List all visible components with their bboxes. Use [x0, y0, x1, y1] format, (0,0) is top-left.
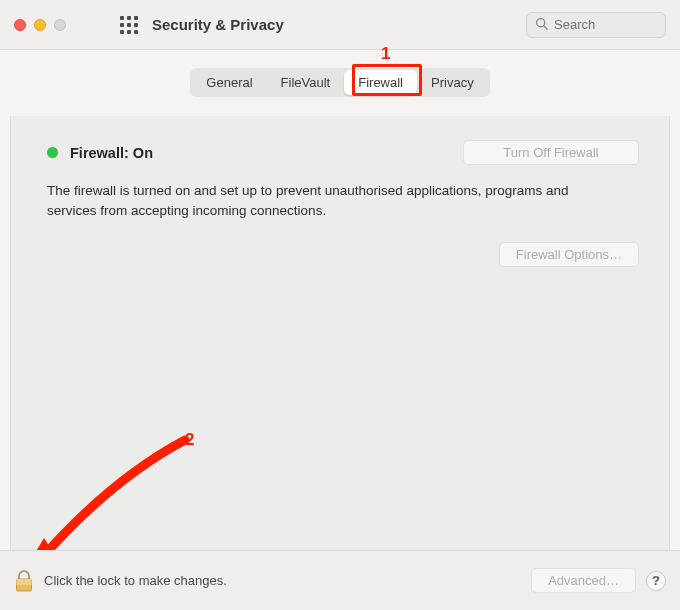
- segmented-tabs: General FileVault Firewall Privacy: [190, 68, 489, 97]
- prefs-footer: Click the lock to make changes. Advanced…: [0, 550, 680, 610]
- firewall-description: The firewall is turned on and set up to …: [47, 181, 607, 220]
- tab-general[interactable]: General: [192, 70, 266, 95]
- tab-privacy[interactable]: Privacy: [417, 70, 488, 95]
- search-field-wrap[interactable]: [526, 12, 666, 38]
- firewall-options-button[interactable]: Firewall Options…: [499, 242, 639, 267]
- svg-rect-4: [17, 579, 32, 585]
- firewall-status-row: Firewall: On Turn Off Firewall: [47, 140, 639, 165]
- toolbar: Security & Privacy: [0, 0, 680, 50]
- close-window-button[interactable]: [14, 19, 26, 31]
- status-indicator-icon: [47, 147, 58, 158]
- search-icon: [535, 16, 554, 34]
- help-button[interactable]: ?: [646, 571, 666, 591]
- firewall-status-label: Firewall: On: [70, 145, 153, 161]
- minimize-window-button[interactable]: [34, 19, 46, 31]
- show-all-prefs-button[interactable]: [120, 16, 138, 34]
- content-panel: Firewall: On Turn Off Firewall The firew…: [10, 116, 670, 558]
- tab-filevault[interactable]: FileVault: [267, 70, 345, 95]
- search-input[interactable]: [554, 17, 657, 32]
- window-controls: [14, 19, 66, 31]
- lock-hint-text: Click the lock to make changes.: [44, 573, 227, 588]
- maximize-window-button: [54, 19, 66, 31]
- turn-off-firewall-button[interactable]: Turn Off Firewall: [463, 140, 639, 165]
- lock-icon: [14, 569, 34, 593]
- nav-buttons: [84, 16, 102, 34]
- svg-line-1: [544, 25, 547, 28]
- lock-to-edit[interactable]: Click the lock to make changes.: [14, 569, 227, 593]
- tab-firewall[interactable]: Firewall: [344, 70, 417, 95]
- tab-bar: General FileVault Firewall Privacy 1: [0, 50, 680, 116]
- page-title: Security & Privacy: [152, 16, 284, 33]
- advanced-button[interactable]: Advanced…: [531, 568, 636, 593]
